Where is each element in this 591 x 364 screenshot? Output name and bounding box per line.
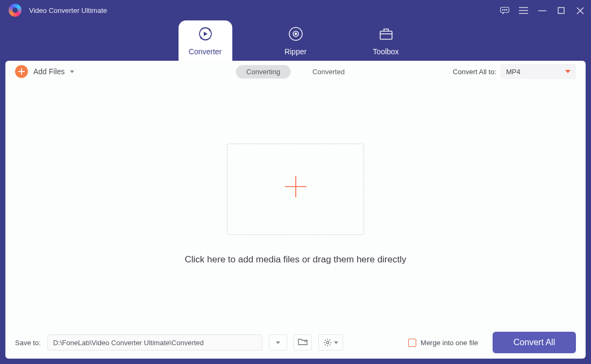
main-tabs: Converter Ripper Toolbox — [0, 20, 591, 61]
open-folder-button[interactable] — [294, 334, 312, 351]
svg-point-24 — [326, 341, 329, 344]
status-label: Converting — [246, 68, 280, 76]
checkbox-icon — [408, 339, 416, 347]
status-tabs: Converting Converted — [236, 65, 355, 78]
save-path-input[interactable]: D:\FoneLab\Video Converter Ultimate\Conv… — [47, 334, 262, 351]
svg-rect-18 — [380, 31, 392, 39]
footer: Save to: D:\FoneLab\Video Converter Ulti… — [5, 326, 586, 359]
svg-point-2 — [504, 10, 505, 11]
save-path-value: D:\FoneLab\Video Converter Ultimate\Conv… — [53, 339, 204, 347]
merge-checkbox[interactable]: Merge into one file — [408, 339, 478, 347]
feedback-icon[interactable] — [500, 6, 509, 15]
chevron-down-icon — [276, 341, 280, 344]
dropzone-box[interactable] — [227, 144, 364, 235]
tab-label: Ripper — [284, 47, 307, 56]
chevron-down-icon — [334, 341, 338, 344]
gear-icon — [323, 338, 338, 347]
tab-label: Toolbox — [373, 47, 398, 56]
svg-point-1 — [502, 10, 503, 11]
dropzone-area: Click here to add media files or drag th… — [5, 82, 586, 326]
toolbar: Add Files Converting Converted Convert A… — [5, 61, 586, 82]
maximize-icon[interactable] — [557, 6, 566, 15]
svg-rect-8 — [558, 8, 564, 13]
merge-label: Merge into one file — [421, 339, 478, 347]
add-files-button[interactable]: Add Files — [15, 65, 74, 78]
add-files-label: Add Files — [33, 67, 65, 76]
converter-icon — [198, 26, 213, 43]
svg-point-17 — [295, 33, 296, 34]
plus-icon — [282, 173, 309, 205]
tab-label: Converter — [189, 47, 222, 56]
status-tab-converted[interactable]: Converted — [302, 65, 355, 78]
save-to-label: Save to: — [15, 339, 41, 347]
convert-all-to-label: Convert All to: — [453, 68, 496, 76]
tab-converter[interactable]: Converter — [179, 20, 232, 61]
format-dropdown[interactable]: MP4 — [501, 64, 576, 79]
app-window: Video Converter Ultimate — [0, 0, 591, 364]
settings-button[interactable] — [318, 334, 343, 351]
window-controls — [500, 6, 585, 15]
app-logo-icon — [9, 4, 22, 17]
plus-icon — [15, 65, 28, 78]
tab-ripper[interactable]: Ripper — [269, 20, 323, 61]
app-title: Video Converter Ultimate — [29, 6, 107, 15]
content-panel: Add Files Converting Converted Convert A… — [5, 61, 586, 359]
format-value: MP4 — [506, 68, 521, 76]
chevron-down-icon — [70, 70, 74, 73]
convert-button-label: Convert All — [514, 338, 555, 347]
folder-icon — [298, 338, 308, 347]
svg-marker-14 — [204, 32, 208, 36]
status-label: Converted — [312, 68, 345, 76]
convert-all-button[interactable]: Convert All — [493, 332, 576, 353]
dropzone-text: Click here to add media files or drag th… — [185, 254, 407, 265]
ripper-icon — [288, 26, 303, 43]
svg-point-3 — [506, 10, 507, 11]
convert-all-to: Convert All to: MP4 — [453, 64, 576, 79]
menu-icon[interactable] — [519, 6, 528, 15]
minimize-icon[interactable] — [538, 6, 547, 15]
close-icon[interactable] — [575, 6, 585, 15]
save-path-dropdown[interactable] — [269, 334, 287, 351]
tab-toolbox[interactable]: Toolbox — [359, 20, 413, 61]
status-tab-converting[interactable]: Converting — [236, 65, 291, 78]
toolbox-icon — [379, 26, 394, 43]
chevron-down-icon — [565, 70, 571, 73]
